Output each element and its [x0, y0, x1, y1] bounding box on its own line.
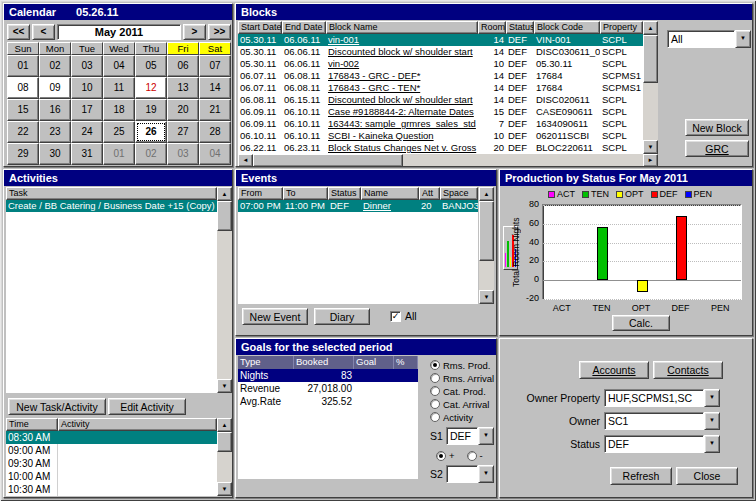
dropdown-arrow-icon[interactable]: ▼ — [704, 412, 720, 430]
scrollbar-thumb[interactable] — [217, 432, 232, 452]
blocks-vertical-scrollbar[interactable]: ▲ ▼ — [643, 21, 658, 154]
scroll-up-icon[interactable]: ▲ — [479, 187, 494, 201]
blocks-row[interactable]: 06.07.1106.08.11176843 - GRC - TEN*14DEF… — [238, 82, 643, 94]
blocks-column-header[interactable]: Rooms — [478, 21, 506, 34]
scrollbar-track[interactable] — [217, 432, 232, 482]
all-events-checkbox[interactable]: ✓ All — [390, 310, 417, 322]
blocks-row[interactable]: 05.30.1106.06.11Discounted block w/ shou… — [238, 46, 643, 58]
new-event-button[interactable]: New Event — [242, 308, 308, 325]
blocks-row[interactable]: 06.09.1106.10.11163443: sample_grmres_sa… — [238, 118, 643, 130]
owner-property-input[interactable]: HUF,SCPMS1,SC — [604, 389, 704, 407]
calendar-day[interactable]: 04 — [199, 143, 231, 165]
events-column-header[interactable]: Space — [440, 187, 478, 200]
time-row[interactable]: 09:00 AM — [6, 444, 217, 457]
blocks-row[interactable]: 06.22.1106.23.11Block Status Changes Net… — [238, 142, 643, 154]
blocks-row[interactable]: 05.30.1106.06.11vin-00210DEF05.30.11SCPL — [238, 58, 643, 70]
goal-filter-radio[interactable]: Rms. Arrival — [430, 372, 494, 384]
calc-button[interactable]: Calc. — [612, 315, 670, 331]
time-row[interactable]: 08:30 AM — [6, 431, 217, 444]
calendar-day[interactable]: 08 — [7, 77, 39, 99]
time-column-header[interactable]: Time — [6, 418, 58, 431]
calendar-day[interactable]: 01 — [7, 55, 39, 77]
calendar-day[interactable]: 25 — [103, 121, 135, 143]
task-column-header[interactable]: Task — [6, 187, 217, 200]
calendar-day[interactable]: 04 — [103, 55, 135, 77]
blocks-row[interactable]: 06.10.1106.10.11SCBI - Kaineka Question1… — [238, 130, 643, 142]
dropdown-arrow-icon[interactable]: ▼ — [478, 465, 494, 483]
edit-activity-button[interactable]: Edit Activity — [108, 398, 186, 415]
new-task-activity-button[interactable]: New Task/Activity — [8, 398, 106, 415]
calendar-day[interactable]: 30 — [39, 143, 71, 165]
status-dropdown[interactable]: DEF ▼ — [604, 435, 720, 453]
next-year-button[interactable]: >> — [208, 24, 231, 40]
goal-filter-radio[interactable]: Activity — [430, 411, 494, 423]
s1-dropdown[interactable]: DEF ▼ — [446, 427, 494, 445]
time-row[interactable]: 09:30 AM — [6, 457, 217, 470]
calendar-day[interactable]: 12 — [135, 77, 167, 99]
events-column-header[interactable]: Status — [328, 187, 361, 200]
calendar-day[interactable]: 13 — [167, 77, 199, 99]
scrollbar-thumb[interactable] — [253, 154, 403, 167]
owner-dropdown[interactable]: SC1 ▼ — [604, 412, 720, 430]
events-column-header[interactable]: From — [238, 187, 283, 200]
prev-month-button[interactable]: < — [32, 24, 55, 40]
scroll-down-icon[interactable]: ▼ — [217, 482, 232, 496]
calendar-day[interactable]: 05 — [135, 55, 167, 77]
blocks-filter-dropdown[interactable]: All ▼ — [667, 30, 751, 48]
calendar-day[interactable]: 21 — [199, 99, 231, 121]
dropdown-arrow-icon[interactable]: ▼ — [478, 427, 494, 445]
events-column-header[interactable]: To — [283, 187, 328, 200]
calendar-day[interactable]: 06 — [167, 55, 199, 77]
calendar-day[interactable]: 26 — [135, 121, 167, 143]
scrollbar-track[interactable] — [217, 201, 232, 379]
plus-radio[interactable]: + — [436, 450, 455, 462]
new-block-button[interactable]: New Block — [685, 119, 749, 136]
scrollbar-track[interactable] — [253, 154, 643, 167]
calendar-day[interactable]: 20 — [167, 99, 199, 121]
scroll-up-icon[interactable]: ▲ — [643, 21, 658, 35]
events-vertical-scrollbar[interactable]: ▲ ▼ — [479, 187, 494, 304]
scroll-right-icon[interactable]: ► — [643, 154, 658, 167]
events-row[interactable]: 07:00 PM11:00 PMDEFDinner20BANJO3 — [238, 200, 478, 212]
owner-property-dropdown[interactable]: HUF,SCPMS1,SC ▼ — [604, 389, 720, 407]
dropdown-arrow-icon[interactable]: ▼ — [735, 30, 751, 48]
blocks-column-header[interactable]: Status — [506, 21, 534, 34]
calendar-day[interactable]: 22 — [7, 121, 39, 143]
calendar-day[interactable]: 24 — [71, 121, 103, 143]
scroll-up-icon[interactable]: ▲ — [217, 418, 232, 432]
calendar-day[interactable]: 03 — [71, 55, 103, 77]
calendar-day[interactable]: 23 — [39, 121, 71, 143]
close-button[interactable]: Close — [676, 467, 738, 485]
scroll-down-icon[interactable]: ▼ — [643, 140, 658, 154]
calendar-day[interactable]: 17 — [71, 99, 103, 121]
time-column-header[interactable]: Activity — [58, 418, 217, 431]
calendar-day[interactable]: 16 — [39, 99, 71, 121]
events-column-header[interactable]: Att — [419, 187, 440, 200]
calendar-day[interactable]: 02 — [39, 55, 71, 77]
scroll-down-icon[interactable]: ▼ — [217, 379, 232, 393]
blocks-horizontal-scrollbar[interactable]: ◄ ► — [238, 154, 658, 167]
dropdown-arrow-icon[interactable]: ▼ — [704, 389, 720, 407]
time-row[interactable]: 10:00 AM — [6, 470, 217, 483]
time-vertical-scrollbar[interactable]: ▲ ▼ — [217, 418, 232, 496]
scrollbar-thumb[interactable] — [217, 201, 232, 231]
scrollbar-thumb[interactable] — [479, 201, 494, 261]
task-vertical-scrollbar[interactable]: ▲ ▼ — [217, 187, 232, 393]
goal-filter-radio[interactable]: Cat. Prod. — [430, 385, 494, 397]
calendar-day[interactable]: 31 — [71, 143, 103, 165]
scroll-up-icon[interactable]: ▲ — [217, 187, 232, 201]
task-row[interactable]: Create / BB Catering / Business Date +15… — [6, 200, 217, 212]
blocks-row[interactable]: 06.09.1106.10.11Case #9188844-2: Alterna… — [238, 106, 643, 118]
calendar-day[interactable]: 15 — [7, 99, 39, 121]
calendar-day[interactable]: 14 — [199, 77, 231, 99]
time-row[interactable]: 10:30 AM — [6, 483, 217, 496]
calendar-day[interactable]: 11 — [103, 77, 135, 99]
goal-filter-radio[interactable]: Rms. Prod. — [430, 359, 494, 371]
scrollbar-thumb[interactable] — [643, 35, 658, 83]
calendar-day[interactable]: 07 — [199, 55, 231, 77]
grc-button[interactable]: GRC — [685, 140, 749, 157]
calendar-day[interactable]: 18 — [103, 99, 135, 121]
scroll-left-icon[interactable]: ◄ — [238, 154, 253, 167]
blocks-row[interactable]: 06.07.1106.08.11176843 - GRC - DEF*14DEF… — [238, 70, 643, 82]
status-input[interactable]: DEF — [604, 435, 704, 453]
